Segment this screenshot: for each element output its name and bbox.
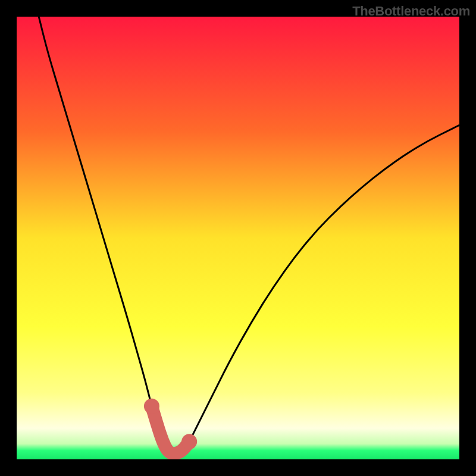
marker-dot	[144, 399, 159, 414]
plot-area	[17, 17, 459, 459]
bottleneck-chart	[17, 17, 459, 459]
chart-frame: TheBottleneck.com	[0, 0, 476, 476]
marker-dot	[181, 434, 197, 449]
gradient-background	[17, 17, 459, 459]
